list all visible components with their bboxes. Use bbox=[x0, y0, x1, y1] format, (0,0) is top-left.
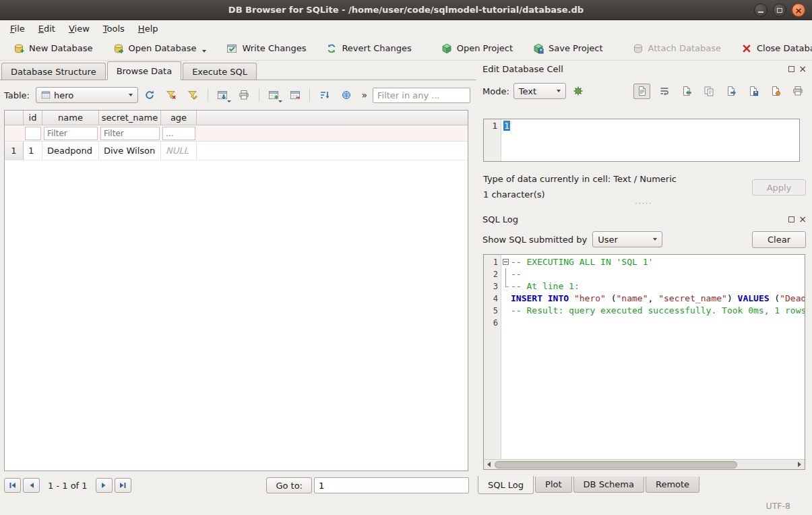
right-pane: Edit Database Cell × Mode: Text bbox=[476, 61, 812, 497]
cell-secret-name[interactable]: Dive Wilson bbox=[99, 142, 161, 160]
sql-log-editor[interactable]: 123456 -- EXECUTING ALL IN 'SQL 1'---- A… bbox=[483, 254, 805, 470]
menu-view[interactable]: View bbox=[63, 22, 96, 35]
dock-float-icon[interactable] bbox=[788, 66, 794, 72]
edit-filter-button[interactable] bbox=[183, 86, 203, 104]
menu-file[interactable]: File bbox=[4, 22, 31, 35]
word-wrap-icon bbox=[659, 86, 670, 96]
first-record-button[interactable] bbox=[4, 478, 21, 493]
dock-tab-remote[interactable]: Remote bbox=[646, 477, 699, 493]
previous-record-button[interactable] bbox=[23, 478, 40, 493]
table-row: 1 1 Deadpond Dive Wilson NULL bbox=[5, 142, 468, 160]
write-changes-button[interactable]: Write Changes bbox=[217, 40, 315, 57]
cell-editor-toolbar: Mode: Text bbox=[482, 82, 806, 100]
mode-selector[interactable]: Text bbox=[513, 83, 566, 99]
menu-tools[interactable]: Tools bbox=[97, 22, 131, 35]
dock-close-icon[interactable]: × bbox=[799, 65, 807, 72]
table-selector[interactable]: hero bbox=[36, 87, 138, 103]
sql-source-selector[interactable]: User bbox=[592, 231, 662, 247]
statusbar: UTF-8 bbox=[0, 497, 812, 515]
close-window-button[interactable]: × bbox=[792, 3, 805, 17]
export-text-icon bbox=[726, 86, 737, 96]
fold-marker-icon[interactable] bbox=[503, 259, 509, 265]
row-header[interactable]: 1 bbox=[5, 142, 24, 160]
new-record-button[interactable] bbox=[264, 86, 284, 104]
clear-filters-button[interactable] bbox=[162, 86, 181, 104]
dock-tab-plot[interactable]: Plot bbox=[535, 477, 572, 493]
revert-changes-button[interactable]: Revert Changes bbox=[317, 40, 420, 57]
apply-button[interactable]: Apply bbox=[752, 179, 806, 195]
import-text-button[interactable] bbox=[678, 84, 695, 99]
filter-input-name[interactable] bbox=[44, 127, 98, 140]
open-database-button[interactable]: Open Database bbox=[104, 40, 216, 57]
column-header-secret-name[interactable]: secret_name bbox=[99, 111, 161, 125]
clear-log-button[interactable]: Clear bbox=[752, 231, 806, 248]
next-record-icon bbox=[100, 481, 108, 489]
app-window: DB Browser for SQLite - /home/user/code/… bbox=[0, 0, 812, 515]
filter-input-age[interactable] bbox=[162, 127, 195, 140]
dock-tab-db-schema[interactable]: DB Schema bbox=[573, 477, 644, 493]
set-null-button[interactable] bbox=[767, 84, 784, 99]
sql-log-hscrollbar[interactable] bbox=[484, 459, 805, 469]
copy-button[interactable] bbox=[700, 84, 717, 99]
filter-input-id[interactable] bbox=[25, 127, 41, 140]
last-record-button[interactable] bbox=[115, 478, 131, 493]
sql-log-line: -- Result: query executed successfully. … bbox=[501, 305, 805, 317]
auto-mode-button[interactable] bbox=[570, 84, 587, 99]
attach-database-icon bbox=[633, 43, 644, 54]
dock-float-icon[interactable] bbox=[788, 216, 794, 222]
print-button[interactable] bbox=[235, 86, 254, 104]
refresh-button[interactable] bbox=[140, 86, 160, 104]
next-record-button[interactable] bbox=[96, 478, 113, 493]
menu-edit[interactable]: Edit bbox=[32, 22, 61, 35]
open-database-dropdown-icon[interactable] bbox=[202, 50, 206, 53]
text-mode-button[interactable] bbox=[633, 84, 650, 99]
open-project-button[interactable]: Open Project bbox=[432, 40, 522, 57]
column-header-age[interactable]: age bbox=[161, 111, 197, 125]
print-cell-button[interactable] bbox=[789, 84, 806, 99]
sql-log-dock-header: SQL Log × bbox=[476, 212, 812, 226]
sort-button[interactable] bbox=[315, 86, 334, 104]
attach-database-button[interactable]: Attach Database bbox=[623, 40, 730, 57]
scroll-left-arrow-icon[interactable] bbox=[484, 460, 494, 469]
tab-execute-sql[interactable]: Execute SQL bbox=[183, 63, 257, 80]
refresh-icon bbox=[144, 90, 155, 100]
maximize-button[interactable] bbox=[773, 3, 786, 17]
sql-log-line: -- At line 1: bbox=[501, 280, 805, 293]
tab-database-structure[interactable]: Database Structure bbox=[1, 63, 106, 80]
minimize-button[interactable] bbox=[754, 3, 768, 17]
tab-browse-data[interactable]: Browse Data bbox=[107, 61, 182, 80]
word-wrap-button[interactable] bbox=[656, 84, 673, 99]
grid-header: id name secret_name age bbox=[5, 111, 468, 125]
menu-help[interactable]: Help bbox=[132, 22, 164, 35]
filter-input-secret-name[interactable] bbox=[100, 127, 160, 140]
save-table-button[interactable] bbox=[213, 86, 232, 104]
goto-input[interactable] bbox=[314, 477, 469, 493]
delete-record-button[interactable] bbox=[286, 86, 305, 104]
filter-any-input[interactable] bbox=[373, 88, 470, 103]
goto-button[interactable]: Go to: bbox=[266, 477, 312, 493]
grid-corner[interactable] bbox=[5, 111, 24, 125]
menubar: File Edit View Tools Help bbox=[0, 20, 812, 36]
new-database-button[interactable]: New Database bbox=[4, 40, 102, 57]
cell-name[interactable]: Deadpond bbox=[42, 142, 99, 160]
scroll-right-arrow-icon[interactable] bbox=[794, 460, 805, 469]
dock-close-icon[interactable]: × bbox=[799, 216, 807, 222]
close-database-button[interactable]: Close Database bbox=[732, 40, 812, 57]
cell-editor-content[interactable]: 1 bbox=[501, 119, 799, 161]
dock-splitter-handle[interactable] bbox=[476, 201, 812, 206]
pager: 1 - 1 of 1 Go to: bbox=[4, 477, 469, 494]
cell-age-null[interactable]: NULL bbox=[161, 142, 197, 160]
cell-id[interactable]: 1 bbox=[24, 142, 42, 160]
save-as-button[interactable] bbox=[745, 84, 761, 99]
titlebar[interactable]: DB Browser for SQLite - /home/user/code/… bbox=[0, 0, 812, 20]
cell-editor-area[interactable]: 1 1 bbox=[483, 119, 800, 162]
browse-data-panel: Table: hero bbox=[0, 80, 476, 497]
column-header-id[interactable]: id bbox=[24, 111, 42, 125]
save-project-button[interactable]: Save Project bbox=[524, 40, 613, 57]
export-text-button[interactable] bbox=[722, 84, 739, 99]
goto-record-button[interactable] bbox=[336, 86, 356, 104]
column-header-name[interactable]: name bbox=[42, 111, 99, 125]
toolbar-overflow-chevron[interactable]: » bbox=[358, 90, 371, 100]
dock-tab-sql-log[interactable]: SQL Log bbox=[478, 476, 534, 494]
scrollbar-thumb[interactable] bbox=[495, 461, 737, 468]
